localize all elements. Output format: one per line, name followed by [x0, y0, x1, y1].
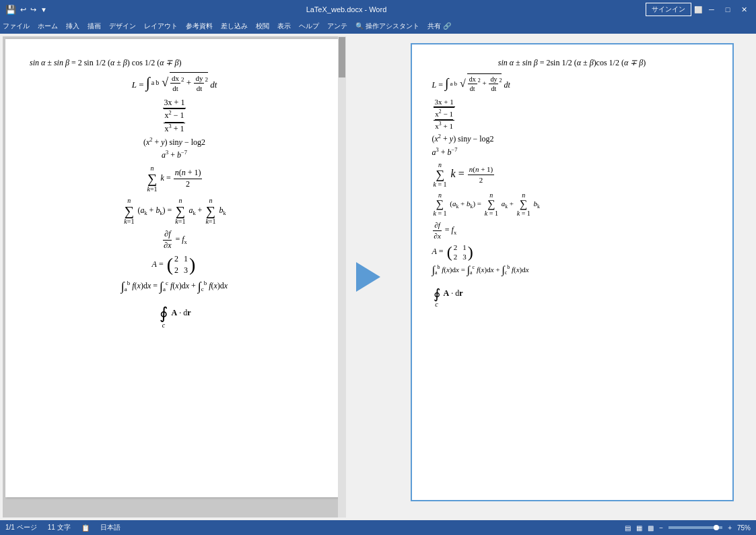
save-icon[interactable]: 💾	[5, 5, 16, 15]
equation-10: ∫ab f(x)dx = ∫ac f(x)dx + ∫cb f(x)dx	[30, 280, 319, 294]
ribbon-ref[interactable]: 参考資料	[186, 22, 213, 31]
ribbon: ファイル ホーム 挿入 描画 デザイン レイアウト 参考資料 差し込み 校閲 表…	[0, 19, 756, 34]
ribbon-file[interactable]: ファイル	[3, 22, 30, 31]
redo-icon[interactable]: ↪	[30, 5, 36, 14]
equation-7: n ∑ k=1 (ak + bk) = n ∑ k=1 ak + n ∑ k=1	[30, 197, 319, 225]
equation-3: 3x + 1 x2 − 1 x3 + 1	[30, 98, 319, 135]
ribbon-share[interactable]: 共有 🔗	[427, 22, 451, 31]
page-info: 1/1 ページ	[5, 523, 37, 532]
spell-check-icon[interactable]: 📋	[81, 524, 90, 532]
ribbon-diff[interactable]: 差し込み	[221, 22, 248, 31]
ribbon-layout[interactable]: レイアウト	[144, 22, 178, 31]
restore-icon[interactable]: ⬜	[694, 6, 702, 13]
ribbon-draw[interactable]: 描画	[88, 22, 101, 31]
status-bar: 1/1 ページ 11 文字 📋 日本語 ▤ ▦ ▩ − + 75%	[0, 520, 756, 535]
arrow-container	[351, 36, 385, 517]
status-bar-right: ▤ ▦ ▩ − + 75%	[625, 524, 751, 532]
title-bar-right: サインイン ⬜ ─ □ ✕	[646, 3, 751, 16]
ribbon-insert[interactable]: 挿入	[66, 22, 79, 31]
ribbon-design[interactable]: デザイン	[109, 22, 136, 31]
ribbon-help[interactable]: ヘルプ	[299, 22, 319, 31]
equation-8: ∂f∂x = fx	[30, 229, 319, 251]
signin-button[interactable]: サインイン	[646, 3, 691, 16]
preview-box: sin α ± sin β = 2sin 1/2 (α ± β)cos 1/2 …	[411, 43, 734, 501]
scroll-area[interactable]: sin α ± sin β = 2 sin 1/2 (α ± β) cos 1/…	[3, 36, 346, 517]
view-normal-icon[interactable]: ▤	[625, 524, 631, 532]
right-arrow	[356, 262, 380, 292]
scrollbar[interactable]	[338, 36, 346, 517]
preview-equation-11: n ∮ c A · dr	[432, 280, 712, 308]
zoom-slider[interactable]	[668, 526, 722, 529]
view-layout-icon[interactable]: ▦	[636, 524, 642, 532]
document-pane: sin α ± sin β = 2 sin 1/2 (α ± β) cos 1/…	[3, 36, 346, 517]
view-web-icon[interactable]: ▩	[648, 524, 654, 532]
equation-6: n ∑ k=1 k = n(n + 1)2	[30, 164, 319, 193]
undo-icon[interactable]: ↩	[20, 5, 26, 14]
ribbon-home[interactable]: ホーム	[38, 22, 58, 31]
ribbon-assist[interactable]: 🔍 操作アシスタント	[355, 22, 419, 31]
equation-9: A = ( 2 1 2 3 )	[30, 254, 319, 276]
equation-4: (x2 + y) siny − log2	[30, 137, 319, 148]
toolbar-icon[interactable]: ▼	[40, 6, 47, 13]
zoom-in-icon[interactable]: +	[728, 524, 732, 532]
maximize-button[interactable]: □	[721, 4, 734, 15]
preview-equation-6: n ∑ k = 1 k = n(n + 1)2	[432, 161, 712, 188]
preview-equation-7: n ∑ k = 1 (ak + bk) = n ∑ k = 1 ak + n ∑…	[432, 191, 712, 217]
preview-equation-4: (x2 + y) siny − log2	[432, 133, 712, 144]
equation-5: a3 + b−7	[30, 150, 319, 160]
preview-equation-2: L = ∫ab √ dxdt2 + dydt2 dt	[432, 73, 712, 93]
preview-equation-10: ∫ab f(x)dx = ∫ac f(x)dx + ∫cb f(x)dx	[432, 264, 712, 276]
ribbon-ante[interactable]: アンテ	[327, 22, 347, 31]
char-count: 11 文字	[48, 523, 71, 532]
title-bar-title: LaTeX_web.docx - Word	[47, 5, 646, 13]
equation-1: sin α ± sin β = 2 sin 1/2 (α ± β) cos 1/…	[30, 58, 319, 68]
equation-11: n ∮ c A · dr	[30, 298, 319, 329]
zoom-thumb	[714, 525, 719, 530]
language: 日本語	[100, 523, 121, 532]
scrollbar-thumb[interactable]	[339, 37, 345, 77]
ribbon-view[interactable]: 表示	[277, 22, 291, 31]
preview-equation-3: 3x + 1 x2 − 1 x3 + 1	[432, 97, 712, 131]
title-bar: 💾 ↩ ↪ ▼ LaTeX_web.docx - Word サインイン ⬜ ─ …	[0, 0, 756, 19]
ribbon-review[interactable]: 校閲	[256, 22, 269, 31]
close-button[interactable]: ✕	[737, 4, 751, 15]
document-page: sin α ± sin β = 2 sin 1/2 (α ± β) cos 1/…	[5, 39, 343, 497]
title-bar-left: 💾 ↩ ↪ ▼	[5, 5, 47, 15]
zoom-level[interactable]: 75%	[737, 524, 751, 532]
minimize-button[interactable]: ─	[705, 4, 718, 15]
preview-equation-8: ∂f∂x = fx	[432, 220, 712, 241]
zoom-out-icon[interactable]: −	[659, 524, 663, 532]
equation-2: L = ∫ab √ dxdt2 + dydt2 dt	[30, 72, 319, 94]
preview-equation-5: a3 + b−7	[432, 147, 712, 158]
preview-equation-1: sin α ± sin β = 2sin 1/2 (α ± β)cos 1/2 …	[432, 58, 712, 68]
preview-pane: sin α ± sin β = 2sin 1/2 (α ± β)cos 1/2 …	[390, 36, 753, 517]
preview-equation-9: A = ( 2 1 2 3 )	[432, 243, 712, 261]
main-area: sin α ± sin β = 2 sin 1/2 (α ± β) cos 1/…	[0, 34, 756, 520]
